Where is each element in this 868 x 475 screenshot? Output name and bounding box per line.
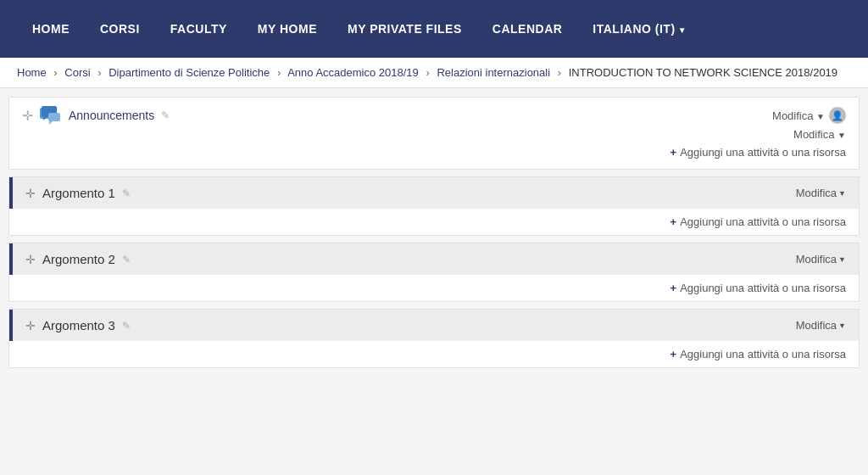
drag-handle-topic-1[interactable]: ✛ [25,187,36,200]
topic-header-1: ✛ Argomento 1 ✎ Modifica [9,177,859,209]
nav-calendar[interactable]: CALENDAR [477,14,578,44]
drag-handle-topic-3[interactable]: ✛ [25,319,36,332]
nav-faculty[interactable]: FACULTY [155,14,242,44]
sep-3: › [277,66,281,79]
topic-left-1: ✛ Argomento 1 ✎ [25,186,131,200]
modifica-dropdown-2[interactable]: Modifica [796,253,846,265]
topic-title-3: Argomento 3 [42,318,115,332]
topic-left-3: ✛ Argomento 3 ✎ [25,318,131,332]
nav-corsi[interactable]: CORSI [85,14,155,44]
topic-right-3: Modifica [796,319,846,332]
nav-home[interactable]: HOME [17,14,85,44]
topic-right-2: Modifica [796,253,846,265]
main-content: ✛ Announcements ✎ Modifica ▼ 👤 [0,97,868,368]
sep-1: › [53,66,57,79]
forum-icon [40,106,62,125]
breadcrumb: Home › Corsi › Dipartimento di Scienze P… [0,58,868,88]
add-activity-topic-3[interactable]: + Aggiungi una attività o una risorsa [670,348,846,360]
modifica-dropdown-3[interactable]: Modifica [796,319,846,332]
drag-handle-announcements[interactable]: ✛ [22,108,33,124]
svg-marker-4 [49,121,53,125]
topic-title-2: Argomento 2 [42,252,115,266]
modifica-btn-2[interactable]: Modifica ▼ [793,128,846,141]
add-activity-announcements[interactable]: + Aggiungi una attività o una risorsa [670,146,846,159]
edit-pencil-topic-1[interactable]: ✎ [122,187,131,199]
announcements-section: ✛ Announcements ✎ Modifica ▼ 👤 [8,97,860,170]
topic-section-3: ✛ Argomento 3 ✎ Modifica + Aggiungi una … [8,309,860,368]
bc-corsi[interactable]: Corsi [64,66,90,79]
bc-home[interactable]: Home [17,66,47,79]
nav-bar: HOME CORSI FACULTY MY HOME MY PRIVATE FI… [0,0,868,58]
edit-pencil-topic-3[interactable]: ✎ [122,320,131,332]
topic-title-1: Argomento 1 [42,186,115,200]
sep-5: › [558,66,561,79]
topic-header-2: ✛ Argomento 2 ✎ Modifica [9,243,859,275]
sep-4: › [426,66,429,79]
plus-icon-topic-3: + [670,348,677,360]
announcements-add-row: + Aggiungi una attività o una risorsa [22,142,846,160]
bc-dip[interactable]: Dipartimento di Scienze Politiche [108,66,270,79]
modifica-btn-announcements[interactable]: Modifica ▼ [772,109,825,122]
announcements-header: ✛ Announcements ✎ Modifica ▼ 👤 [22,106,846,125]
topic-body-1: + Aggiungi una attività o una risorsa [9,209,859,235]
bc-rel[interactable]: Relazioni internazionali [437,66,550,79]
topic-body-3: + Aggiungi una attività o una risorsa [9,341,859,367]
announcements-right: Modifica ▼ 👤 [772,107,846,124]
user-icon: 👤 [829,107,846,124]
topic-section-2: ✛ Argomento 2 ✎ Modifica + Aggiungi una … [8,243,860,302]
announcements-left: ✛ Announcements ✎ [22,106,170,125]
add-activity-topic-1[interactable]: + Aggiungi una attività o una risorsa [670,215,846,228]
nav-myhome[interactable]: MY HOME [242,14,332,44]
plus-icon-announcements: + [670,146,677,159]
nav-italiano[interactable]: ITALIANO (IT) [577,14,702,44]
nav-privatefiles[interactable]: MY PRIVATE FILES [332,14,477,44]
announcements-sub-row: Modifica ▼ [22,125,846,142]
plus-icon-topic-1: + [670,215,677,228]
topic-section-1: ✛ Argomento 1 ✎ Modifica + Aggiungi una … [8,176,860,236]
drag-handle-topic-2[interactable]: ✛ [25,253,36,266]
edit-pencil-topic-2[interactable]: ✎ [122,254,131,265]
modifica-dropdown-1[interactable]: Modifica [796,187,846,199]
bc-anno[interactable]: Anno Accademico 2018/19 [287,66,419,79]
topic-body-2: + Aggiungi una attività o una risorsa [9,275,859,301]
edit-pencil-announcements[interactable]: ✎ [161,109,170,121]
topic-left-2: ✛ Argomento 2 ✎ [25,252,131,266]
bc-course: INTRODUCTION TO NETWORK SCIENCE 2018/201… [569,66,837,79]
plus-icon-topic-2: + [670,282,677,294]
add-activity-topic-2[interactable]: + Aggiungi una attività o una risorsa [670,282,846,294]
sep-2: › [97,66,101,79]
announcements-title: Announcements [69,109,154,122]
svg-rect-3 [48,113,60,121]
topic-header-3: ✛ Argomento 3 ✎ Modifica [9,310,859,341]
topic-right-1: Modifica [796,187,846,199]
